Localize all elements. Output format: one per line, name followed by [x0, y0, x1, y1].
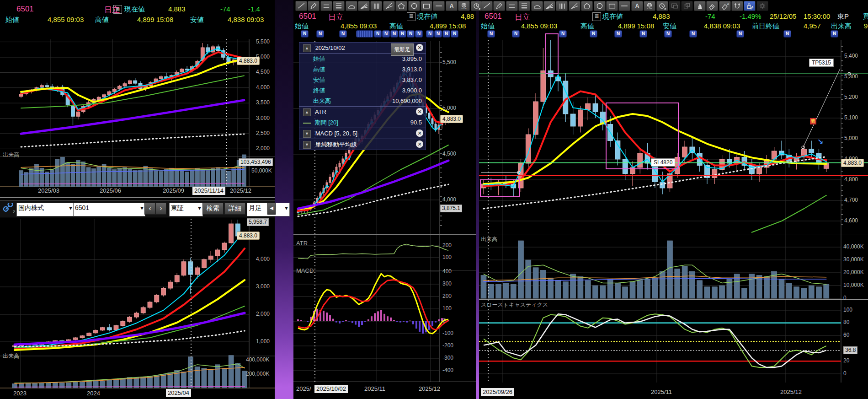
x-highlight-right[interactable]: 2025/09/26 — [481, 388, 514, 396]
quote-list-icon[interactable]: ≣ — [113, 5, 122, 14]
collapse-icon[interactable]: ▼ — [303, 130, 311, 138]
open-label: 始値 — [295, 22, 309, 31]
news-badge[interactable]: N — [374, 30, 382, 38]
atr-axis-label: 100 — [442, 254, 452, 260]
symbol-input[interactable]: 6501▾ — [73, 203, 145, 216]
news-badge[interactable]: N — [559, 30, 567, 38]
exchange-select[interactable]: 東証▾ — [169, 203, 203, 216]
search-button[interactable]: 検索 — [202, 203, 224, 215]
y-axis-label: 4,800 — [844, 176, 858, 183]
pentagon-tool-icon[interactable] — [395, 1, 407, 11]
detail-button[interactable]: 詳細 — [224, 203, 245, 215]
copy-tool-icon[interactable] — [681, 1, 693, 11]
clock-tool-icon[interactable] — [656, 1, 668, 11]
news-badge[interactable]: N — [415, 30, 423, 38]
news-badge[interactable]: N — [390, 30, 398, 38]
news-badge[interactable]: N — [426, 30, 434, 38]
hline-tool-icon[interactable] — [433, 1, 445, 11]
stoch-axis-label: 60 — [843, 332, 849, 338]
magnet-tool-icon[interactable] — [731, 1, 743, 11]
news-badge[interactable]: N — [831, 30, 838, 38]
latest-bar-button[interactable]: 最新足 — [391, 43, 414, 56]
close-icon[interactable]: ✕ — [416, 129, 423, 137]
news-badge-cluster[interactable] — [356, 30, 373, 38]
pattern-box[interactable] — [545, 33, 559, 74]
news-badge[interactable]: N — [736, 30, 744, 38]
hlines-2-tool-icon[interactable] — [320, 1, 332, 11]
text-a-tool-icon[interactable]: A — [631, 1, 643, 11]
stock-code: 6501 — [16, 5, 34, 14]
x-highlight-mid[interactable]: 2025/10/02 — [314, 385, 348, 393]
news-badge[interactable]: N — [590, 30, 597, 38]
rect-tool-icon[interactable] — [421, 1, 432, 11]
quote-list-icon[interactable]: ≣ — [407, 12, 415, 21]
market-select[interactable]: 国内株式▾ — [16, 203, 74, 216]
link-icon[interactable]: 2 — [3, 203, 15, 214]
arc-tool-icon[interactable] — [531, 1, 543, 11]
news-badge[interactable]: N — [512, 30, 520, 38]
vlines-tool-icon[interactable] — [370, 1, 382, 11]
hlines-4-tool-icon[interactable] — [333, 1, 345, 11]
circle-tool-icon[interactable] — [594, 1, 606, 11]
fan-tool-icon[interactable] — [543, 1, 555, 11]
price-tag-lb: 4,883.0 — [237, 232, 260, 240]
x-highlight-lb[interactable]: 2025/04 — [166, 389, 191, 397]
x-axis-label: 2023 — [13, 390, 27, 397]
rect-tool-icon[interactable] — [606, 1, 618, 11]
close-icon[interactable]: ✕ — [416, 140, 423, 148]
news-badge[interactable]: N — [399, 30, 406, 38]
prev-symbol-button[interactable]: ‹ — [144, 203, 155, 215]
trendline-tool-icon[interactable] — [481, 1, 493, 11]
circle-tool-icon[interactable] — [408, 1, 420, 11]
vlines-tool-icon[interactable] — [556, 1, 568, 11]
news-badge[interactable]: N — [339, 30, 347, 38]
news-badge[interactable]: N — [639, 30, 647, 38]
trendline-tool-icon[interactable] — [295, 1, 307, 11]
pattern-box[interactable] — [480, 179, 520, 197]
eraser-tool-icon[interactable] — [706, 1, 718, 11]
collapse-icon[interactable]: ▲ — [303, 108, 311, 116]
news-badge[interactable]: N — [434, 30, 442, 38]
fan-tool-icon[interactable] — [358, 1, 370, 11]
news-badge[interactable]: N — [783, 30, 791, 38]
news-badge[interactable]: N — [614, 30, 622, 38]
stop-loss-label[interactable]: SL4820 — [651, 158, 675, 167]
next-symbol-button[interactable]: › — [155, 203, 166, 215]
news-badge[interactable]: N — [407, 30, 415, 38]
news-badge[interactable]: N — [301, 30, 309, 38]
hand-tool-icon[interactable] — [694, 1, 706, 11]
x-highlight-lt[interactable]: 2025/11/14 — [192, 187, 225, 195]
news-badge[interactable]: N — [382, 30, 390, 38]
news-badge[interactable]: N — [689, 30, 697, 38]
news-badge[interactable]: N — [664, 30, 672, 38]
news-badge[interactable]: N — [451, 30, 458, 38]
lock-edit-tool-icon[interactable] — [744, 1, 756, 11]
take-profit-label[interactable]: TP5315 — [809, 59, 834, 67]
hlines-4-tool-icon[interactable] — [518, 1, 530, 11]
quote-list-icon[interactable]: ≣ — [592, 12, 601, 21]
eraser-a-tool-icon[interactable]: A — [719, 1, 731, 11]
close-icon[interactable]: ✕ — [416, 108, 423, 115]
collapse-icon[interactable]: ▼ — [303, 141, 311, 149]
hline-tool-icon[interactable] — [618, 1, 630, 11]
news-badge[interactable]: N — [487, 30, 495, 38]
hlines-2-tool-icon[interactable] — [506, 1, 518, 11]
news-badge[interactable]: N — [316, 30, 324, 38]
collapse-icon[interactable]: ▲ — [303, 44, 311, 52]
pencil-tool-icon[interactable] — [493, 1, 505, 11]
close-icon[interactable]: ✕ — [416, 44, 423, 51]
y-axis-label: 3,000 — [256, 283, 270, 290]
collapse-panel-button[interactable]: ◀ — [267, 203, 276, 215]
gear-tool-icon[interactable] — [756, 1, 768, 11]
screen-tool-icon[interactable] — [669, 1, 681, 11]
pencil-tool-icon[interactable] — [308, 1, 320, 11]
rays-tool-icon[interactable] — [569, 1, 580, 11]
text-a-tool-icon[interactable]: A — [446, 1, 458, 11]
news-badge[interactable]: N — [442, 30, 450, 38]
pentagon-tool-icon[interactable] — [581, 1, 593, 11]
arc-tool-icon[interactable] — [346, 1, 357, 11]
rays-tool-icon[interactable] — [383, 1, 395, 11]
stamp-icon-tool-icon[interactable]: ICON — [644, 1, 655, 11]
stamp-icon-tool-icon[interactable]: ICON — [458, 1, 470, 11]
y-axis-label: 4,000 — [442, 196, 456, 203]
